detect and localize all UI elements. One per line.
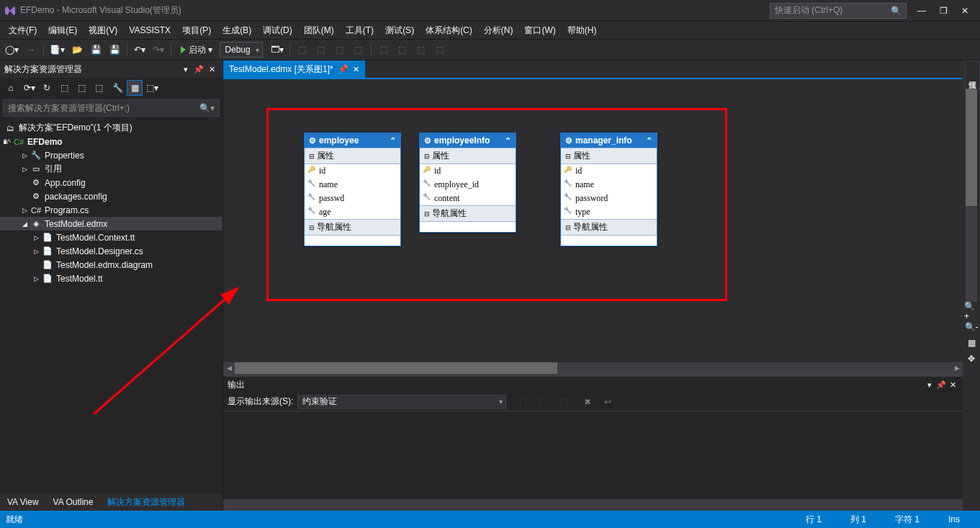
section-props[interactable]: ⊟ 属性 (305, 148, 400, 164)
menu-project[interactable]: 项目(P) (176, 22, 217, 39)
horizontal-scrollbar[interactable]: ◀ ▶ (223, 362, 963, 374)
section-nav[interactable]: ⊟ 导航属性 (305, 219, 400, 236)
sol-tool-button-4[interactable]: ⬚▾ (144, 80, 160, 96)
panel-close-button[interactable]: ✕ (205, 65, 218, 74)
zoom-out-button[interactable]: 🔍- (964, 320, 979, 334)
chevron-icon[interactable]: ▷ (32, 275, 40, 282)
panel-dropdown-button[interactable]: ▾ (179, 65, 192, 74)
sol-tool-button-2[interactable]: ⬚ (73, 80, 89, 96)
tool-button-9[interactable]: ⬚ (431, 41, 449, 58)
output-clear-button[interactable]: ✖ (580, 394, 595, 410)
chevron-icon[interactable]: ▷ (20, 207, 29, 214)
minimize-button[interactable]: — (911, 3, 932, 19)
scroll-right-button[interactable]: ▶ (951, 362, 963, 374)
menu-test[interactable]: 测试(S) (379, 22, 420, 39)
undo-button[interactable]: ↶▾ (131, 41, 148, 58)
entity-prop[interactable]: password (561, 192, 657, 205)
entity-key[interactable]: id (561, 164, 657, 178)
diagram-canvas[interactable]: ⚙employee⌃⊟ 属性idnamepasswdage⊟ 导航属性⚙empl… (223, 79, 963, 362)
collapse-icon[interactable]: ⌃ (505, 136, 511, 146)
menu-window[interactable]: 窗口(W) (518, 22, 561, 39)
tab-va-outline[interactable]: VA Outline (46, 494, 101, 510)
menu-edit[interactable]: 编辑(E) (42, 22, 83, 39)
menu-build[interactable]: 生成(B) (217, 22, 257, 39)
menu-architecture[interactable]: 体系结构(C) (420, 22, 478, 39)
entity-prop[interactable]: age (305, 205, 400, 219)
sol-tool-button-1[interactable]: ⬚ (56, 80, 72, 96)
tree-node[interactable]: ▷📄TestModel.tt (0, 272, 222, 285)
collapse-icon[interactable]: ⌃ (646, 136, 652, 146)
tab-close-button[interactable]: ✕ (353, 65, 359, 74)
document-tab-active[interactable]: TestModel.edmx [关系图1]* 📌 ✕ (223, 61, 365, 78)
menu-file[interactable]: 文件(F) (3, 22, 42, 39)
entity-prop[interactable]: content (420, 192, 516, 205)
zoom-fit-button[interactable]: ▦ (964, 336, 979, 350)
menu-view[interactable]: 视图(V) (83, 22, 123, 39)
tree-node[interactable]: ▷⚙packages.config (0, 189, 222, 203)
menu-vassistx[interactable]: VASSISTX (123, 23, 176, 37)
output-scrollbar[interactable] (223, 499, 963, 511)
chevron-icon[interactable]: ▷ (32, 234, 40, 241)
tool-button-3[interactable]: ⬚ (313, 41, 330, 58)
output-close-button[interactable]: ✕ (947, 380, 958, 390)
tree-node[interactable]: ▷⚙App.config (0, 176, 222, 189)
scroll-thumb[interactable] (235, 362, 557, 374)
menu-team[interactable]: 团队(M) (298, 22, 340, 39)
tree-node[interactable]: ▷C#Program.cs (0, 203, 222, 217)
sol-show-all-button[interactable]: ▦ (127, 80, 143, 96)
tab-pin-icon[interactable]: 📌 (338, 64, 349, 74)
scroll-left-button[interactable]: ◀ (223, 362, 235, 374)
entity-prop[interactable]: name (561, 178, 657, 192)
entity-key[interactable]: id (420, 164, 516, 178)
menu-tools[interactable]: 工具(T) (340, 22, 379, 39)
maximize-button[interactable]: ❐ (932, 3, 954, 19)
chevron-icon[interactable]: ▷ (32, 248, 40, 255)
collapse-icon[interactable]: ⌃ (390, 136, 396, 146)
vertical-scrollbar[interactable] (966, 62, 977, 302)
entity-header[interactable]: ⚙employee⌃ (305, 133, 400, 148)
tool-button-7[interactable]: ⬚ (394, 41, 411, 58)
sol-tool-button-3[interactable]: ⬚ (91, 80, 107, 96)
menu-help[interactable]: 帮助(H) (562, 22, 603, 39)
solution-tree[interactable]: 🗂 解决方案"EFDemo"(1 个项目) �དྷ C# EFDemo ▷🔧Pr… (0, 118, 222, 493)
right-dock-properties-tab[interactable]: 属性 (964, 61, 980, 89)
save-button[interactable]: 💾 (87, 41, 104, 58)
tool-button-6[interactable]: ⬚ (375, 41, 392, 58)
save-all-button[interactable]: 💾 (106, 41, 123, 58)
chevron-icon[interactable]: ▷ (32, 261, 40, 269)
sol-home-button[interactable]: ⌂ (3, 80, 19, 96)
output-tool-3[interactable]: ⬚ (555, 394, 571, 410)
chevron-icon[interactable]: ▷ (20, 179, 29, 187)
entity-prop[interactable]: employee_id (420, 178, 516, 192)
chevron-icon[interactable]: ◢ (20, 220, 29, 228)
sol-sync-button[interactable]: ↻ (39, 80, 55, 96)
output-source-select[interactable]: 约束验证 (297, 395, 506, 409)
panel-pin-button[interactable]: 📌 (192, 65, 205, 74)
tree-node[interactable]: ▷📄TestModel.edmx.diagram (0, 258, 222, 272)
tree-node[interactable]: ▷▭引用 (0, 162, 222, 176)
section-props[interactable]: ⊟ 属性 (561, 148, 657, 164)
project-node[interactable]: �དྷ C# EFDemo (0, 135, 222, 148)
entity-employee[interactable]: ⚙employee⌃⊟ 属性idnamepasswdage⊟ 导航属性 (304, 133, 401, 246)
solution-search-input[interactable]: 搜索解决方案资源管理器(Ctrl+;) 🔍▾ (3, 99, 220, 117)
redo-button[interactable]: ↷▾ (150, 41, 167, 58)
new-project-button[interactable]: 📑▾ (48, 41, 67, 58)
output-tool-1[interactable]: ⬚ (515, 394, 531, 410)
output-pin-button[interactable]: 📌 (935, 380, 947, 390)
entity-employeeInfo[interactable]: ⚙employeeInfo⌃⊟ 属性idemployee_idcontent⊟ … (419, 133, 516, 233)
zoom-in-button[interactable]: 🔍+ (964, 304, 979, 318)
entity-header[interactable]: ⚙manager_info⌃ (561, 133, 657, 148)
tree-node[interactable]: ▷🔧Properties (0, 148, 222, 162)
config-select[interactable]: Debug (220, 42, 262, 58)
open-button[interactable]: 📂 (68, 41, 86, 58)
output-wrap-button[interactable]: ↩ (600, 394, 616, 410)
section-nav[interactable]: ⊟ 导航属性 (420, 205, 516, 222)
nav-back-button[interactable]: ◯▾ (3, 41, 21, 58)
tool-button-8[interactable]: ⬚ (413, 41, 430, 58)
output-tool-2[interactable]: ⬚ (535, 394, 551, 410)
entity-key[interactable]: id (305, 164, 400, 178)
output-body[interactable] (223, 411, 963, 499)
sol-properties-button[interactable]: 🔧 (109, 80, 125, 96)
entity-prop[interactable]: name (305, 178, 400, 192)
tool-button-5[interactable]: ⬚ (350, 41, 367, 58)
